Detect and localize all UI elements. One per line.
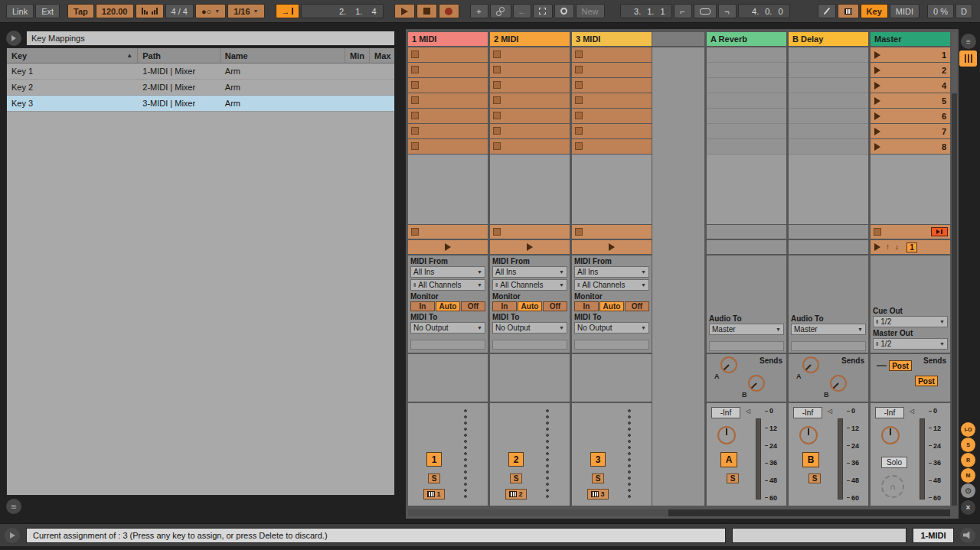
master-solo-button[interactable]: Solo	[881, 457, 907, 468]
mixer-bars-button[interactable]	[959, 50, 977, 67]
scene-slot[interactable]: 2	[871, 63, 950, 77]
clip-stop-slot[interactable]	[490, 225, 570, 239]
send-b-knob[interactable]	[830, 375, 847, 392]
quantization-menu[interactable]: 1/16 ▼	[227, 4, 264, 18]
clip-slot[interactable]	[572, 109, 652, 123]
midi-map-button[interactable]: MIDI	[890, 4, 920, 18]
returns-toggle[interactable]: R	[961, 453, 975, 467]
arm-button[interactable]: 2	[505, 489, 527, 500]
midi-channel-select[interactable]: ‖All Channels▼	[574, 279, 649, 291]
pan-knob[interactable]	[799, 426, 818, 444]
mapping-row[interactable]: Key 3 3-MIDI | Mixer Arm	[7, 96, 394, 112]
master-pan-knob[interactable]	[881, 426, 900, 444]
solo-button[interactable]: S	[592, 474, 604, 483]
clip-slot[interactable]	[572, 124, 652, 138]
preview-speaker-button[interactable]	[960, 528, 975, 543]
clip-stop-slot[interactable]	[572, 225, 652, 239]
track-activator[interactable]: 2	[508, 452, 524, 467]
metronome-toggle[interactable]: ●○ ▼	[195, 4, 226, 18]
clip-slot[interactable]	[490, 124, 570, 138]
arm-button[interactable]: 1	[423, 489, 445, 500]
track-launch-slot[interactable]	[490, 240, 570, 254]
clip-slot[interactable]	[490, 109, 570, 123]
stop-all-clips-button[interactable]	[931, 227, 948, 236]
computer-midi-keyboard-button[interactable]	[838, 4, 859, 18]
master-track-header[interactable]: Master	[871, 32, 950, 46]
link-button[interactable]: Link	[6, 4, 34, 18]
midi-to-select[interactable]: No Output▼	[574, 322, 649, 334]
return-activator[interactable]: A	[720, 452, 737, 467]
master-out-select[interactable]: ‖1/2▼	[873, 338, 948, 350]
monitor-off-button[interactable]: Off	[461, 301, 485, 311]
preview-volume-knob[interactable]: ∩	[881, 475, 904, 498]
play-button[interactable]	[394, 4, 415, 18]
clip-slot[interactable]	[572, 47, 652, 62]
tap-tempo-button[interactable]: Tap	[67, 4, 94, 18]
solo-button[interactable]: S	[510, 474, 522, 483]
volume-display[interactable]: -Inf	[793, 407, 822, 418]
column-key[interactable]: Key ▲	[7, 48, 138, 63]
nudge-down-icon[interactable]	[142, 8, 148, 15]
pan-knob[interactable]	[717, 426, 736, 444]
stop-button[interactable]	[416, 4, 437, 18]
scrollbar-handle[interactable]	[952, 32, 957, 93]
master-stop-slot[interactable]	[871, 225, 950, 239]
session-record-button[interactable]	[554, 4, 574, 18]
sends-toggle[interactable]: S	[961, 438, 975, 452]
scene-fire-icon[interactable]	[874, 243, 880, 251]
volume-display[interactable]: -Inf	[711, 407, 740, 418]
crossfader-toggle[interactable]: ×	[961, 500, 975, 515]
reenable-automation-button[interactable]: ←	[513, 4, 531, 18]
monitor-off-button[interactable]: Off	[543, 301, 567, 311]
post-toggle-b[interactable]: Post	[915, 376, 938, 386]
return-track-header[interactable]: A Reverb	[707, 32, 786, 46]
clip-slot[interactable]	[408, 139, 488, 154]
new-button[interactable]: New	[576, 4, 605, 18]
post-toggle-a[interactable]: Post	[889, 360, 912, 371]
selected-track-chip[interactable]: 1-MIDI	[913, 528, 954, 543]
midi-channel-select[interactable]: ‖All Channels▼	[492, 279, 567, 291]
mixer-toggle[interactable]: M	[961, 468, 975, 483]
draw-mode-button[interactable]	[818, 4, 836, 18]
menu-button[interactable]: ≡	[961, 34, 976, 49]
send-a-knob[interactable]	[802, 356, 819, 373]
clip-slot[interactable]	[490, 139, 570, 154]
scrollbar-handle[interactable]	[408, 509, 668, 516]
vertical-scrollbar[interactable]	[952, 32, 957, 506]
clip-slot[interactable]	[572, 78, 652, 93]
clip-slot[interactable]	[490, 93, 570, 108]
clip-slot[interactable]	[490, 47, 570, 62]
send-a-knob[interactable]	[720, 356, 737, 373]
punch-in-button[interactable]: ⌐	[674, 4, 692, 18]
punch-out-button[interactable]: ¬	[718, 4, 737, 18]
nudge-up-icon[interactable]	[152, 8, 158, 15]
key-map-button[interactable]: Key	[861, 4, 888, 18]
clip-slot[interactable]	[572, 139, 652, 154]
clip-stop-slot[interactable]	[408, 225, 488, 239]
cue-out-select[interactable]: ‖1/2▼	[873, 316, 948, 327]
monitor-in-button[interactable]: In	[574, 301, 599, 311]
track-delay-toggle[interactable]: ⊙	[961, 483, 975, 498]
scene-select-box[interactable]: 1	[906, 242, 917, 252]
panel-expand-button[interactable]	[6, 31, 21, 46]
track-activator[interactable]: 1	[426, 452, 442, 467]
clip-slot[interactable]	[408, 47, 488, 62]
midi-to-select[interactable]: No Output▼	[410, 322, 485, 334]
info-view-button[interactable]	[5, 528, 20, 543]
clip-slot[interactable]	[408, 109, 488, 123]
automation-arm-button[interactable]	[490, 4, 511, 18]
loop-start-display[interactable]: 3. 1. 1	[620, 4, 672, 18]
clip-slot[interactable]	[490, 78, 570, 93]
ext-button[interactable]: Ext	[35, 4, 60, 18]
tempo-display[interactable]: 120.00	[96, 4, 134, 18]
scene-slot[interactable]: 1	[871, 47, 950, 62]
horizontal-scrollbar[interactable]	[408, 509, 950, 516]
monitor-in-button[interactable]: In	[410, 301, 435, 311]
scene-slot[interactable]: 8	[871, 139, 950, 154]
clip-slot[interactable]	[408, 78, 488, 93]
scene-slot[interactable]: 5	[871, 93, 950, 108]
midi-from-select[interactable]: All Ins▼	[492, 266, 567, 278]
clip-slot[interactable]	[572, 63, 652, 77]
record-button[interactable]	[439, 4, 459, 18]
clip-slot[interactable]	[408, 93, 488, 108]
